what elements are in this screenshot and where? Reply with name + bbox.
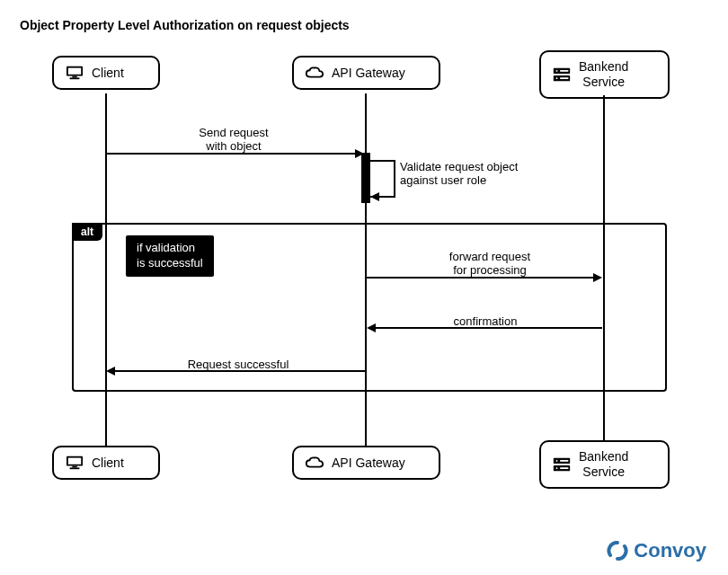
svg-rect-2 [72,76,76,78]
participant-label: Bankend Service [579,449,628,480]
svg-point-7 [556,77,558,79]
diagram-title: Object Property Level Authorization on r… [20,18,350,32]
arrow-send-request [107,153,357,155]
alt-tag: alt [72,223,102,241]
svg-point-16 [556,460,558,462]
svg-rect-9 [560,77,568,79]
svg-rect-8 [560,70,568,72]
monitor-icon [65,65,84,81]
cloud-icon [305,455,324,471]
participant-label: API Gateway [332,456,405,471]
arrow-forward-request [367,277,595,279]
arrow-head-icon [593,273,602,282]
self-loop-side [394,160,395,198]
server-icon [552,66,572,83]
arrow-head-icon [106,367,115,376]
msg-success-label: Request successful [162,358,315,371]
participant-backend-top: Bankend Service [539,50,670,99]
participant-gateway-bottom: API Gateway [292,446,440,480]
brand-logo: Convoy [607,539,706,562]
participant-label: Client [92,456,124,471]
cloud-icon [305,65,324,81]
msg-confirmation-label: confirmation [431,314,539,328]
svg-point-6 [556,70,558,72]
msg-forward-label: forward request for processing [422,250,557,277]
self-loop-top [370,160,395,162]
svg-point-17 [556,467,558,469]
svg-rect-3 [70,77,80,79]
participant-backend-bottom: Bankend Service [539,440,670,489]
msg-validate-label: Validate request object against user rol… [400,160,562,187]
participant-client-bottom: Client [52,446,160,480]
participant-client-top: Client [52,56,160,90]
svg-rect-19 [560,467,568,469]
alt-condition: if validation is successful [126,235,214,277]
convoy-logo-icon [607,540,628,562]
svg-rect-12 [72,466,76,468]
arrow-head-icon [367,323,376,332]
monitor-icon [65,455,84,471]
participant-label: Client [92,66,124,81]
participant-label: Bankend Service [579,59,628,90]
participant-label: API Gateway [332,66,405,81]
svg-rect-11 [68,458,81,464]
server-icon [552,456,572,473]
svg-rect-18 [560,460,568,462]
msg-send-request-label: Send request with object [162,126,306,153]
svg-rect-13 [70,467,80,469]
svg-rect-1 [68,68,81,75]
activation-gateway [361,153,370,203]
arrow-head-icon [370,192,379,201]
participant-gateway-top: API Gateway [292,56,440,90]
brand-name: Convoy [634,539,706,562]
